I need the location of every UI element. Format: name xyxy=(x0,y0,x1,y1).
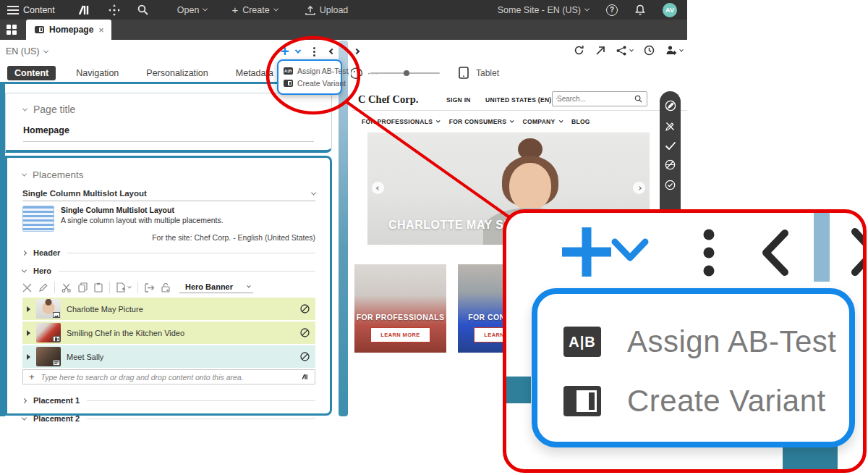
area-placement-2[interactable]: Placement 2 xyxy=(22,414,315,423)
collapse-icon[interactable] xyxy=(22,106,27,111)
move-tool-button[interactable] xyxy=(100,0,129,20)
user-avatar[interactable]: AV xyxy=(654,0,687,20)
carousel-prev-button[interactable] xyxy=(372,182,384,194)
menu-item-create-variant[interactable]: Create Variant xyxy=(563,378,849,424)
nav-company[interactable]: COMPANY xyxy=(523,118,562,125)
cut-icon[interactable] xyxy=(61,283,72,293)
chevron-down-icon xyxy=(127,285,132,289)
site-search-input[interactable] xyxy=(557,95,630,103)
move-icon xyxy=(109,4,120,16)
component-row[interactable]: Charlotte May Picture xyxy=(22,298,315,320)
share-dropdown[interactable] xyxy=(616,46,633,56)
nav-consumers[interactable]: FOR CONSUMERS xyxy=(449,118,514,125)
teaser-card-professionals[interactable]: FOR PROFESSIONALS LEARN MORE xyxy=(354,264,446,353)
page-title-section[interactable]: Page title Homepage xyxy=(5,93,332,153)
component-row[interactable]: Meet Sally xyxy=(22,345,315,368)
unpublish-globe-icon[interactable] xyxy=(665,159,676,170)
collapse-icon[interactable] xyxy=(22,172,27,177)
expand-icon[interactable] xyxy=(27,306,30,312)
menu-item-label: Assign AB-Test xyxy=(297,67,349,75)
component-thumbnail xyxy=(36,323,61,342)
tab-navigation[interactable]: Navigation xyxy=(69,66,126,80)
tab-homepage[interactable]: Homepage × xyxy=(26,20,111,40)
expand-icon[interactable] xyxy=(22,250,27,255)
layout-info: Single Column Multislot Layout A single … xyxy=(22,206,315,232)
hamburger-menu-button[interactable]: Content xyxy=(0,0,64,20)
placements-section[interactable]: Placements Single Column Multislot Layou… xyxy=(5,156,332,416)
edit-disabled-icon[interactable] xyxy=(665,100,676,112)
area-header[interactable]: Header xyxy=(22,248,315,257)
search-button[interactable] xyxy=(129,0,157,20)
expand-icon[interactable] xyxy=(22,398,27,403)
collapse-icon[interactable] xyxy=(22,267,27,272)
help-button[interactable]: ? xyxy=(597,0,626,20)
prev-button[interactable] xyxy=(766,233,785,272)
refresh-icon[interactable] xyxy=(574,45,584,56)
create-dropdown[interactable]: + Create xyxy=(223,0,286,20)
site-logo[interactable]: C Chef Corp. xyxy=(358,93,418,106)
component-type-select[interactable]: Hero Banner xyxy=(179,282,253,293)
magnolia-logo-button[interactable] xyxy=(69,0,100,20)
video-badge-icon xyxy=(53,336,60,342)
notifications-button[interactable] xyxy=(626,0,654,20)
remove-icon[interactable] xyxy=(22,283,32,293)
zoom-slider[interactable] xyxy=(370,72,440,74)
new-component-dropdown[interactable] xyxy=(116,282,131,293)
panel-resize-handle[interactable] xyxy=(339,41,348,416)
upload-button[interactable]: Upload xyxy=(297,0,357,20)
menu-item-label: Assign AB-Test xyxy=(627,324,836,359)
locale-selector[interactable]: EN (US) xyxy=(6,46,48,56)
component-row[interactable]: Smiling Chef in the Kitchen Video xyxy=(22,321,315,344)
paste-icon[interactable] xyxy=(94,282,103,293)
add-component-chevron[interactable] xyxy=(615,242,645,258)
add-component-button[interactable]: + xyxy=(278,44,292,59)
area-placement-1[interactable]: Placement 1 xyxy=(22,396,315,405)
nav-blog[interactable]: BLOG xyxy=(571,118,590,125)
area-hero[interactable]: Hero xyxy=(22,266,315,275)
add-component-chevron[interactable] xyxy=(294,47,300,53)
tab-metadata[interactable]: Metadata xyxy=(229,66,281,80)
menu-item-create-variant[interactable]: Create Variant xyxy=(284,79,336,88)
edit-crossed-icon[interactable] xyxy=(665,121,676,132)
collapse-icon[interactable] xyxy=(22,415,27,420)
slider-thumb[interactable] xyxy=(404,70,409,76)
more-actions-button[interactable] xyxy=(306,47,323,56)
page-title-field[interactable]: Homepage xyxy=(23,125,314,142)
layout-select[interactable]: Single Column Multislot Layout xyxy=(22,189,315,201)
copy-icon[interactable] xyxy=(78,282,88,293)
expand-icon[interactable] xyxy=(27,330,30,336)
site-search[interactable] xyxy=(552,91,647,106)
tab-content[interactable]: Content xyxy=(7,66,56,80)
add-component-button[interactable] xyxy=(562,227,611,277)
tab-personalization[interactable]: Personalization xyxy=(139,66,215,80)
chevron-down-icon xyxy=(43,48,48,53)
nav-professionals[interactable]: FOR PROFESSIONALS xyxy=(362,118,440,125)
approve-check-icon[interactable] xyxy=(665,141,676,150)
expand-icon[interactable] xyxy=(27,354,30,360)
personas-dropdown[interactable] xyxy=(665,45,683,56)
panel-focus-strip xyxy=(0,84,5,416)
edit-icon[interactable] xyxy=(38,283,48,293)
content-search-dropzone[interactable]: + Type here to search or drag and drop c… xyxy=(22,369,315,384)
open-external-icon[interactable] xyxy=(595,46,605,56)
next-button[interactable] xyxy=(855,232,867,272)
next-button[interactable] xyxy=(353,49,359,54)
palette-icon[interactable] xyxy=(351,67,363,79)
lock-icon[interactable] xyxy=(161,282,170,293)
history-icon[interactable] xyxy=(644,45,655,56)
close-icon[interactable]: × xyxy=(98,25,104,35)
import-icon[interactable] xyxy=(145,283,155,293)
tablet-icon[interactable] xyxy=(459,67,469,79)
prev-button[interactable] xyxy=(328,49,334,54)
open-dropdown[interactable]: Open xyxy=(169,0,216,20)
region-selector[interactable]: UNITED STATES (EN) xyxy=(485,96,561,104)
menu-item-assign-ab-test[interactable]: A|B Assign AB-Test xyxy=(284,67,336,75)
site-selector[interactable]: Some Site - EN (US) xyxy=(489,0,597,20)
app-launcher-button[interactable] xyxy=(0,20,23,40)
more-actions-button[interactable] xyxy=(704,230,715,277)
carousel-next-button[interactable] xyxy=(633,182,645,194)
learn-more-button[interactable]: LEARN MORE xyxy=(370,327,430,342)
menu-item-assign-ab-test[interactable]: A|B Assign AB-Test xyxy=(563,319,849,365)
publish-icon[interactable] xyxy=(665,180,676,190)
sign-in-link[interactable]: SIGN IN xyxy=(446,96,471,104)
